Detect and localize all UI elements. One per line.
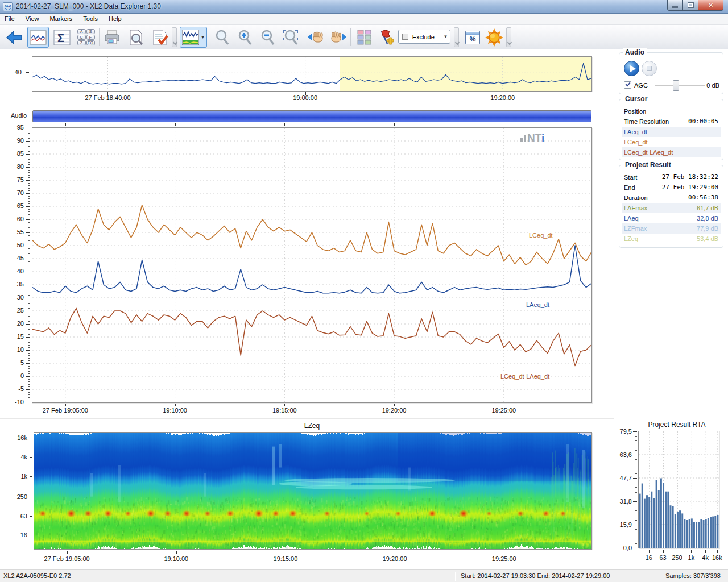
tick-mark: [286, 551, 286, 554]
relative-values-button[interactable]: %: [462, 27, 483, 48]
tick-label: 19:20:00: [477, 94, 528, 101]
close-button[interactable]: ✕: [698, 0, 723, 11]
tick-mark: [395, 551, 395, 554]
chevron-down-icon[interactable]: ▼: [201, 35, 205, 39]
cursor-group-title: Cursor: [623, 95, 650, 103]
restore-button[interactable]: [683, 0, 698, 11]
tick-mark: [284, 404, 285, 406]
tick-label: 95: [8, 124, 24, 131]
hand-right-icon: [329, 30, 348, 45]
tick-label: 16k: [709, 554, 725, 561]
spectrogram-panel: LZeq 16k4k1k2506316 27 Feb 19:05:0019:10…: [0, 418, 614, 568]
report-button[interactable]: [149, 27, 171, 48]
overview-plot-area[interactable]: [32, 56, 592, 92]
pan-right-button[interactable]: [328, 27, 349, 48]
tick-mark: [663, 550, 664, 553]
project-row-end: End27 Feb 19:29:00: [622, 182, 721, 193]
tick-label: 65: [8, 202, 24, 209]
tick-mark: [65, 404, 66, 406]
sigma-icon: Σ: [57, 32, 64, 44]
add-marker-button[interactable]: [375, 27, 397, 48]
tick-label: 27 Feb 18:40:00: [82, 94, 133, 101]
menu-tools[interactable]: Tools: [78, 14, 102, 24]
agc-checkbox[interactable]: [624, 81, 631, 89]
tick-label: 45: [8, 255, 24, 261]
active-view-button[interactable]: ▼: [180, 27, 207, 48]
tick-label: 16: [10, 531, 27, 538]
status-range: Start: 2014-02-27 19:03:30 End: 2014-02-…: [461, 572, 610, 579]
trace-label-laeq: LAeq_dt: [525, 301, 551, 308]
hand-left-icon: [307, 30, 325, 45]
marker-colors-icon: [357, 30, 372, 45]
print-preview-button[interactable]: [125, 27, 147, 48]
marker-type-dropdown[interactable]: -Exclude ▼: [398, 30, 450, 44]
view-table-button[interactable]: Σ: [51, 27, 73, 48]
audio-strip: Audio: [0, 108, 614, 126]
tick-label: 47,7: [617, 475, 632, 481]
spectrogram-title: LZeq: [32, 422, 592, 430]
menu-file[interactable]: File: [0, 14, 19, 24]
toolbar-overflow-grip[interactable]: [172, 27, 177, 47]
rta-plot-area[interactable]: [638, 431, 719, 548]
tick-label: 80: [8, 163, 24, 170]
dropdown-caret-icon[interactable]: ▼: [441, 30, 450, 43]
gain-slider-track[interactable]: [655, 85, 705, 86]
marker-colors-button[interactable]: [354, 27, 375, 48]
tick-label: 90: [8, 137, 24, 144]
menu-help[interactable]: Help: [104, 14, 126, 24]
svg-text:XL2: XL2: [5, 4, 11, 7]
view-levels-button[interactable]: AS CF ZEQ: [75, 27, 97, 48]
tick-label: 70: [8, 189, 24, 196]
tick-label: 63: [10, 513, 27, 519]
tick-label: 250: [10, 493, 27, 500]
audio-waveform-bar[interactable]: [32, 110, 592, 122]
gain-slider-thumb[interactable]: [673, 80, 679, 91]
zoom-in-icon: [238, 30, 253, 45]
tick-mark: [67, 551, 68, 554]
play-button[interactable]: [624, 61, 639, 76]
tick-label: 40: [8, 268, 24, 275]
audio-group-title: Audio: [623, 48, 647, 56]
spectrogram-plot-area[interactable]: [34, 432, 592, 550]
tick-label: 19:10:00: [148, 555, 205, 562]
back-button[interactable]: [3, 27, 25, 48]
tick-label: 27 Feb 19:05:00: [39, 555, 96, 562]
title-bar[interactable]: XL2 2014-02-27_SLM_000 - XL2 Data Explor…: [0, 0, 728, 14]
print-button[interactable]: [101, 27, 123, 48]
tick-label: 31,8: [617, 498, 632, 505]
rta-panel: Project Result RTA 79,563,647,731,815,90…: [617, 418, 728, 568]
menu-markers[interactable]: Markers: [46, 14, 77, 24]
nti-logo: NTi: [520, 132, 544, 144]
zoom-out-button[interactable]: [257, 27, 279, 48]
zoom-selection-button[interactable]: [280, 27, 301, 48]
zoom-out-icon: [260, 30, 275, 45]
tick-label: 79,5: [617, 428, 632, 435]
cursor-row-resolution: Time Resolution00:00:05: [622, 117, 721, 127]
zoom-normal-button[interactable]: [212, 27, 233, 48]
main-plot-area[interactable]: [32, 127, 592, 403]
menu-view[interactable]: View: [21, 14, 44, 24]
cursor-row-diff: LCeq_dt-LAeq_dt: [622, 147, 721, 157]
window-title: 2014-02-27_SLM_000 - XL2 Data Explorer 1…: [16, 2, 161, 10]
audio-groupbox: Audio AGC 0 dB: [619, 52, 723, 94]
level-filters-icon: AS CF ZEQ: [77, 29, 95, 45]
zoom-in-button[interactable]: [234, 27, 256, 48]
project-row-laeq: LAeq32,8 dB: [622, 213, 721, 223]
brightness-button[interactable]: [483, 27, 505, 48]
tick-mark: [504, 551, 504, 554]
app-window: XL2 2014-02-27_SLM_000 - XL2 Data Explor…: [0, 0, 728, 582]
toolbar-overflow-grip3[interactable]: [506, 27, 511, 47]
cursor-row-laeq: LAeq_dt: [622, 127, 721, 137]
tick-mark: [305, 92, 306, 95]
magnifier-icon: [215, 30, 230, 45]
tick-label: 20: [8, 320, 24, 327]
view-graph-button[interactable]: [27, 27, 49, 48]
audio-strip-label: Audio: [11, 112, 27, 119]
tick-label: 27 Feb 19:05:00: [37, 407, 94, 414]
minimize-button[interactable]: [667, 0, 683, 11]
tick-label: 1k: [10, 473, 27, 480]
pan-left-button[interactable]: [305, 27, 326, 48]
app-icon[interactable]: XL2: [3, 2, 13, 11]
toolbar-overflow-grip2[interactable]: [454, 27, 459, 47]
stop-button[interactable]: [642, 61, 657, 76]
